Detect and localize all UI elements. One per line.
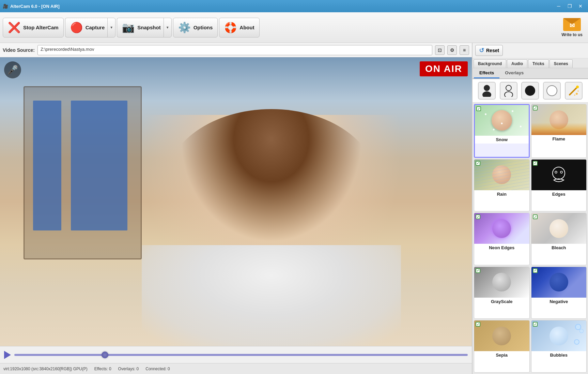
- effect-thumb-bleach: [531, 213, 587, 244]
- video-background: [0, 57, 472, 346]
- effect-label-snow: Snow: [475, 136, 529, 144]
- status-bar: virt:1920x1080 (src:3840x2160[RGB]) GPU(…: [0, 363, 472, 374]
- svg-point-5: [547, 86, 557, 96]
- svg-point-11: [553, 167, 565, 179]
- tab-audio[interactable]: Audio: [507, 59, 527, 68]
- filter-magic-wand[interactable]: [565, 82, 583, 100]
- tab-scenes[interactable]: Scenes: [550, 59, 573, 68]
- right-panel: ↺ Reset Background Audio Tricks Scenes E…: [472, 43, 588, 374]
- seek-bar[interactable]: [14, 354, 468, 356]
- effect-thumb-flame: [531, 104, 587, 135]
- effect-checkbox-flame[interactable]: [533, 106, 538, 110]
- about-icon: 🛟: [224, 21, 237, 33]
- video-source-label: Video Source:: [3, 47, 35, 53]
- effect-item-negative[interactable]: Negative: [531, 267, 587, 319]
- options-icon: ⚙️: [178, 21, 191, 33]
- restore-button[interactable]: ❐: [565, 1, 574, 11]
- effect-item-flame[interactable]: Flame: [531, 104, 587, 158]
- effect-label-edges: Edges: [531, 190, 587, 198]
- tab-tricks[interactable]: Tricks: [528, 59, 549, 68]
- main-content: Video Source: Z:\prerecorded\Nastya.mov …: [0, 43, 588, 374]
- effect-label-rain: Rain: [474, 190, 529, 198]
- effect-thumb-edges: [531, 160, 587, 190]
- effect-item-bubbles[interactable]: Bubbles: [531, 320, 587, 373]
- crop-button[interactable]: ⊡: [435, 45, 445, 55]
- effect-label-sepia: Sepia: [474, 351, 529, 359]
- effects-grid: Snow Flame: [473, 103, 588, 374]
- seek-thumb[interactable]: [102, 351, 108, 358]
- svg-point-12: [555, 171, 557, 173]
- snapshot-icon: 📷: [122, 21, 135, 33]
- filter-circle-light[interactable]: [543, 82, 561, 100]
- svg-point-7: [576, 86, 579, 88]
- write-to-us-button[interactable]: ✉ Write to us: [561, 18, 583, 37]
- effect-item-grayscale[interactable]: GrayScale: [474, 267, 530, 319]
- capture-button[interactable]: 🔴 Capture: [65, 18, 108, 38]
- options-button[interactable]: ⚙️ Options: [173, 18, 218, 38]
- overlays-status: Overlays: 0: [118, 366, 139, 371]
- filter-person-outline[interactable]: [500, 82, 517, 100]
- svg-point-13: [560, 171, 562, 173]
- effect-thumb-bubbles: [531, 320, 587, 351]
- circle-dark-icon: [524, 85, 536, 96]
- effect-item-edges[interactable]: Edges: [531, 159, 587, 212]
- person-outline-icon: [504, 85, 513, 97]
- svg-point-0: [484, 85, 490, 91]
- playback-controls: [0, 346, 472, 363]
- effect-checkbox-grayscale[interactable]: [476, 268, 480, 273]
- effect-checkbox-bubbles[interactable]: [533, 322, 538, 327]
- source-settings-button[interactable]: ⚙: [447, 45, 457, 55]
- effect-item-bleach[interactable]: Bleach: [531, 213, 587, 265]
- sub-tab-overlays[interactable]: Overlays: [499, 68, 529, 78]
- effect-checkbox-snow[interactable]: [476, 106, 481, 111]
- circle-light-icon: [546, 85, 558, 96]
- source-menu-button[interactable]: ≡: [460, 45, 469, 55]
- close-button[interactable]: ✕: [576, 1, 585, 11]
- snapshot-dropdown-arrow[interactable]: ▼: [164, 18, 172, 38]
- effect-label-bleach: Bleach: [531, 244, 587, 252]
- effect-checkbox-rain[interactable]: [476, 161, 480, 166]
- effect-item-sepia[interactable]: Sepia: [474, 320, 530, 373]
- effect-checkbox-bleach[interactable]: [533, 214, 538, 219]
- resolution-status: virt:1920x1080 (src:3840x2160[RGB]) GPU(…: [3, 366, 88, 371]
- svg-point-1: [482, 91, 491, 97]
- app-icon: 🎥: [3, 4, 8, 9]
- options-label: Options: [194, 25, 213, 30]
- minimize-button[interactable]: ─: [554, 1, 563, 11]
- effect-checkbox-edges[interactable]: [533, 161, 538, 166]
- titlebar-left: 🎥 AlterCam 6.0 - [ON AIR]: [3, 4, 60, 9]
- reset-button[interactable]: ↺ Reset: [475, 45, 503, 56]
- about-button[interactable]: 🛟 About: [219, 18, 259, 38]
- capture-label: Capture: [86, 25, 105, 30]
- effect-checkbox-negative[interactable]: [533, 268, 538, 273]
- effect-checkbox-neon-edges[interactable]: [476, 214, 480, 219]
- stop-label: Stop AlterCam: [23, 25, 59, 30]
- capture-dropdown-arrow[interactable]: ▼: [107, 18, 115, 38]
- filter-person-dark[interactable]: [478, 82, 496, 100]
- effect-item-rain[interactable]: Rain: [474, 159, 530, 212]
- magic-wand-icon: [568, 85, 579, 96]
- tab-bar: Background Audio Tricks Scenes: [473, 58, 588, 68]
- icon-filter-row: [473, 79, 588, 103]
- effect-thumb-neon-edges: [474, 213, 529, 244]
- effect-thumb-snow: [475, 105, 529, 136]
- effects-status: Effects: 0: [94, 366, 111, 371]
- snapshot-button[interactable]: 📷 Snapshot: [117, 18, 163, 38]
- play-button[interactable]: [4, 351, 11, 359]
- video-source-path: Z:\prerecorded\Nastya.mov: [37, 45, 432, 55]
- effect-checkbox-sepia[interactable]: [476, 322, 480, 327]
- effect-item-snow[interactable]: Snow: [474, 104, 530, 158]
- titlebar: 🎥 AlterCam 6.0 - [ON AIR] ─ ❐ ✕: [0, 0, 588, 12]
- effect-item-neon-edges[interactable]: Neon Edges: [474, 213, 530, 265]
- tab-background[interactable]: Background: [474, 59, 506, 68]
- effect-label-negative: Negative: [531, 298, 587, 305]
- sub-tab-effects[interactable]: Effects: [474, 68, 499, 78]
- reset-label: Reset: [486, 48, 499, 53]
- filter-circle-dark[interactable]: [521, 82, 539, 100]
- svg-point-4: [525, 86, 535, 96]
- effect-thumb-grayscale: [474, 267, 529, 298]
- svg-point-2: [506, 85, 511, 91]
- sub-tab-bar: Effects Overlays: [473, 68, 588, 79]
- svg-point-3: [505, 92, 513, 97]
- stop-altercam-button[interactable]: ❌ Stop AlterCam: [3, 18, 64, 38]
